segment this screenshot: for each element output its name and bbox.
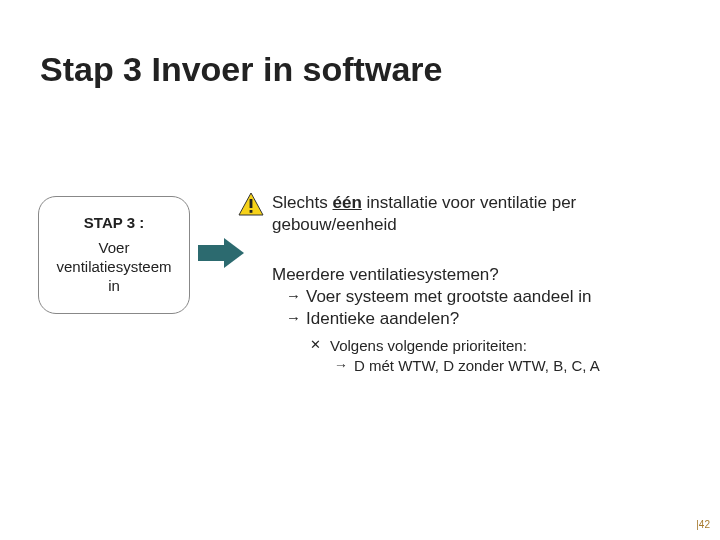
warning-pre: Slechts bbox=[272, 193, 332, 212]
warning-text: Slechts één installatie voor ventilatie … bbox=[272, 192, 692, 236]
content-area: Slechts één installatie voor ventilatie … bbox=[272, 192, 692, 375]
svg-rect-2 bbox=[250, 210, 253, 213]
slide-title: Stap 3 Invoer in software bbox=[40, 50, 442, 89]
arrow-right-icon bbox=[198, 238, 244, 268]
multi-answer-1: Voer systeem met grootste aandeel in bbox=[272, 286, 692, 308]
slide: Stap 3 Invoer in software STAP 3 : Voer … bbox=[0, 0, 720, 540]
priority-list: D mét WTW, D zonder WTW, B, C, A bbox=[272, 356, 692, 376]
svg-rect-1 bbox=[250, 199, 253, 208]
step-desc-line-3: in bbox=[108, 277, 120, 294]
step-box: STAP 3 : Voer ventilatiesysteem in bbox=[38, 196, 190, 314]
warning-icon bbox=[238, 192, 264, 216]
multi-question: Meerdere ventilatiesystemen? bbox=[272, 264, 692, 286]
step-desc-line-1: Voer bbox=[99, 239, 130, 256]
step-description: Voer ventilatiesysteem in bbox=[56, 239, 171, 295]
step-desc-line-2: ventilatiesysteem bbox=[56, 258, 171, 275]
page-number: |42 bbox=[696, 519, 710, 530]
priority-heading: Volgens volgende prioriteiten: bbox=[272, 336, 692, 356]
multi-answer-2: Identieke aandelen? bbox=[272, 308, 692, 330]
step-label: STAP 3 : bbox=[84, 214, 144, 231]
warning-emphasis: één bbox=[332, 193, 361, 212]
